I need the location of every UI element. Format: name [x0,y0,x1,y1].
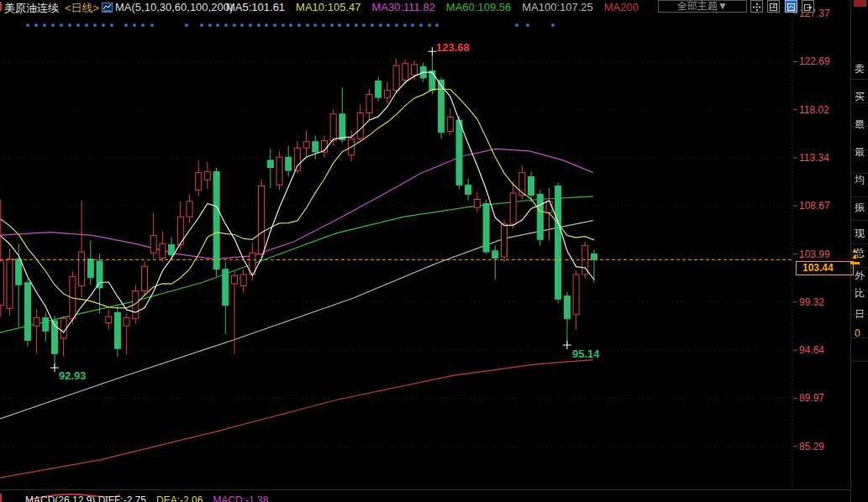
candle-body [502,224,508,257]
row-divider [851,173,868,174]
candle-body [474,200,480,208]
chart-header: 美原油连续 <日线> MA(5,10,30,60,100,200) MA5:10… [0,0,868,13]
signal-dot [141,24,145,27]
macd-readout: MACD(26,12,9) DIFF:-2.75DEA:-2.06MACD:-1… [25,494,278,502]
candle-body [339,114,345,140]
active-pane-icon[interactable] [785,0,797,13]
pane-divider[interactable] [0,489,850,490]
axis-price-label: 89.97 [799,392,824,404]
right-panel-label: 最 [855,118,866,132]
macd-value: DEA:-2.06 [156,494,203,502]
signal-dot [233,24,236,27]
symbol-name[interactable]: 美原油连续 [4,1,59,16]
candle-body [592,254,597,259]
candle-body [366,95,372,113]
signal-dot [224,24,228,27]
candle-body [204,171,210,180]
signal-dot [240,24,244,27]
row-divider [851,149,868,150]
signal-dot [355,24,358,27]
right-panel-label: 现 [855,227,866,241]
signal-dot [257,24,260,27]
axis-price-label: 94.64 [799,344,824,356]
price-annotation: 95.14 [572,348,600,360]
candle-body [97,261,103,288]
price-axis[interactable]: 127.37122.69118.02113.34108.67103.9999.3… [793,8,830,452]
candle-body [114,312,120,348]
signal-dot [411,24,414,27]
candle-body [573,275,579,315]
current-price-label: 103.44 [796,261,854,275]
signal-dot [289,24,292,27]
pan-crosshair-icon[interactable] [750,0,763,13]
row-divider [851,290,868,291]
signal-dot [60,24,63,27]
candle-body [213,171,219,269]
right-panel-label: 均 [855,173,866,187]
candle-body [447,117,453,131]
price-marker-icon: ▲▲ [849,248,860,264]
right-panel-label: 振 [855,201,866,215]
candle-body [330,114,336,141]
left-edge-tick [0,2,2,11]
candle-body [529,177,534,196]
candle-body [79,252,85,285]
period-label[interactable]: <日线> [65,1,99,16]
row-divider [851,314,868,315]
signal-dot [93,24,97,27]
row-divider [851,196,868,197]
signal-dot [68,24,71,27]
grid-layout-icon[interactable] [767,0,780,13]
candle-body [142,266,148,290]
ma-value: MA200 [604,1,639,13]
signal-dot [322,24,325,27]
candle-body [267,160,273,168]
candle-body [294,148,300,170]
ma-settings-label[interactable]: MA(5,10,30,60,100,200) [115,1,233,13]
candle-body [232,275,238,284]
chart-style-icon[interactable] [102,1,113,16]
ma-value: MA5:101.61 [226,1,285,13]
row-divider [851,337,868,338]
right-panel-label: 比 [855,286,866,301]
candle-body [393,65,399,90]
signal-dot [200,24,203,27]
ma-value: MA10:105.47 [296,1,360,13]
signal-dot [435,24,439,27]
signal-dot [428,24,431,27]
row-divider [851,220,868,221]
signal-dot [265,24,268,27]
candle-body [519,173,525,196]
signal-dot [362,24,366,27]
price-annotation: 92.93 [59,369,87,382]
candle-body [7,259,13,309]
signal-dot [281,24,285,27]
candle-body [555,186,561,300]
right-panel-label: 外 [855,269,866,283]
candle-body [223,269,229,306]
candle-body [483,203,489,252]
candle-body [456,120,462,185]
left-edge-tick [0,494,2,502]
candle-body [0,261,3,306]
candle-body [313,142,318,152]
signal-dot [338,24,341,27]
candlestick-chart[interactable]: 127.37122.69118.02113.34108.67103.9999.3… [0,0,850,489]
signal-dot [133,24,136,27]
signal-dot-row [26,24,555,27]
axis-price-label: 99.32 [799,296,824,308]
export-pane-icon[interactable] [802,0,814,13]
candle-body [187,201,192,217]
signal-dot [124,24,128,27]
row-divider [851,102,868,103]
signal-dot [515,24,518,27]
candle-body [357,113,363,139]
row-divider [851,243,868,244]
candle-body [16,259,22,285]
signal-dot [110,24,113,27]
row-divider [851,361,868,362]
signal-dot [387,24,390,27]
row-divider [851,79,868,80]
signal-dot [379,24,382,27]
theme-selector-dropdown[interactable]: 全部主题▼ [658,0,747,13]
